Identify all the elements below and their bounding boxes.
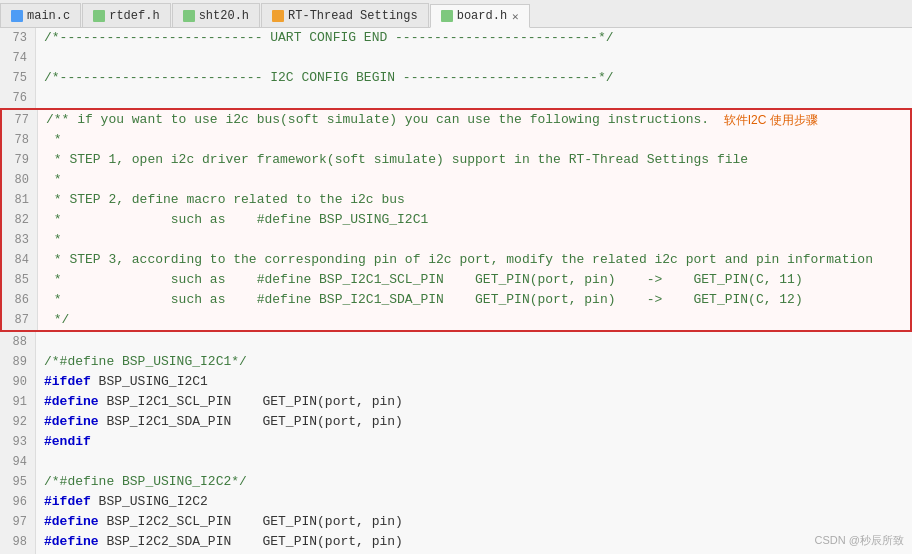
line-num-73: 73 bbox=[0, 28, 36, 48]
tab-close-board-h[interactable]: ✕ bbox=[512, 10, 519, 23]
line-content-75: /*-------------------------- I2C CONFIG … bbox=[36, 68, 614, 88]
line-content-88 bbox=[36, 332, 52, 352]
line-num-79: 79 bbox=[2, 150, 38, 170]
table-row: 86 * such as #define BSP_I2C1_SDA_PIN GE… bbox=[2, 290, 910, 310]
line-num-96: 96 bbox=[0, 492, 36, 512]
line-content-86: * such as #define BSP_I2C1_SDA_PIN GET_P… bbox=[38, 290, 803, 310]
watermark: CSDN @秒辰所致 bbox=[815, 533, 904, 548]
line-num-93: 93 bbox=[0, 432, 36, 452]
table-row: 91 #define BSP_I2C1_SCL_PIN GET_PIN(port… bbox=[0, 392, 912, 412]
line-num-92: 92 bbox=[0, 412, 36, 432]
table-row: 94 bbox=[0, 452, 912, 472]
table-row: 84 * STEP 3, according to the correspond… bbox=[2, 250, 910, 270]
tab-rtdef-h[interactable]: rtdef.h bbox=[82, 3, 170, 27]
line-num-90: 90 bbox=[0, 372, 36, 392]
table-row: 95 /*#define BSP_USING_I2C2*/ bbox=[0, 472, 912, 492]
table-row: 75 /*-------------------------- I2C CONF… bbox=[0, 68, 912, 88]
table-row: 78 * bbox=[2, 130, 910, 150]
table-row: 77 /** if you want to use i2c bus(soft s… bbox=[2, 110, 910, 130]
line-content-92: #define BSP_I2C1_SDA_PIN GET_PIN(port, p… bbox=[36, 412, 403, 432]
table-row: 83 * bbox=[2, 230, 910, 250]
line-content-76 bbox=[36, 88, 52, 108]
table-row: 88 bbox=[0, 332, 912, 352]
tab-label-board-h: board.h bbox=[457, 9, 507, 23]
line-content-81: * STEP 2, define macro related to the i2… bbox=[38, 190, 405, 210]
table-row: 81 * STEP 2, define macro related to the… bbox=[2, 190, 910, 210]
table-row: 76 bbox=[0, 88, 912, 108]
line-num-75: 75 bbox=[0, 68, 36, 88]
table-row: 90 #ifdef BSP_USING_I2C1 bbox=[0, 372, 912, 392]
line-content-82: * such as #define BSP_USING_I2C1 bbox=[38, 210, 428, 230]
tab-label-rtdef-h: rtdef.h bbox=[109, 9, 159, 23]
line-num-86: 86 bbox=[2, 290, 38, 310]
line-content-91: #define BSP_I2C1_SCL_PIN GET_PIN(port, p… bbox=[36, 392, 403, 412]
line-num-89: 89 bbox=[0, 352, 36, 372]
tab-icon-rt-thread-settings bbox=[272, 10, 284, 22]
table-row: 74 bbox=[0, 48, 912, 68]
line-num-95: 95 bbox=[0, 472, 36, 492]
table-row: 79 * STEP 1, open i2c driver framework(s… bbox=[2, 150, 910, 170]
line-num-76: 76 bbox=[0, 88, 36, 108]
highlight-block: 77 /** if you want to use i2c bus(soft s… bbox=[0, 108, 912, 332]
line-num-88: 88 bbox=[0, 332, 36, 352]
tab-rt-thread-settings[interactable]: RT-Thread Settings bbox=[261, 3, 429, 27]
line-content-84: * STEP 3, according to the corresponding… bbox=[38, 250, 873, 270]
tab-label-sht20-h: sht20.h bbox=[199, 9, 249, 23]
line-num-81: 81 bbox=[2, 190, 38, 210]
tab-label-main-c: main.c bbox=[27, 9, 70, 23]
tab-board-h[interactable]: board.h ✕ bbox=[430, 4, 530, 28]
line-num-84: 84 bbox=[2, 250, 38, 270]
line-content-89: /*#define BSP_USING_I2C1*/ bbox=[36, 352, 247, 372]
line-content-73: /*-------------------------- UART CONFIG… bbox=[36, 28, 614, 48]
tab-icon-sht20-h bbox=[183, 10, 195, 22]
table-row: 89 /*#define BSP_USING_I2C1*/ bbox=[0, 352, 912, 372]
code-area: 73 /*-------------------------- UART CON… bbox=[0, 28, 912, 554]
table-row: 93 #endif bbox=[0, 432, 912, 452]
line-content-74 bbox=[36, 48, 52, 68]
tab-icon-rtdef-h bbox=[93, 10, 105, 22]
editor-container: main.c rtdef.h sht20.h RT-Thread Setting… bbox=[0, 0, 912, 554]
annotation-77: 软件I2C 使用步骤 bbox=[717, 110, 818, 130]
line-num-74: 74 bbox=[0, 48, 36, 68]
tab-icon-board-h bbox=[441, 10, 453, 22]
tab-label-rt-thread-settings: RT-Thread Settings bbox=[288, 9, 418, 23]
line-content-77: /** if you want to use i2c bus(soft simu… bbox=[38, 110, 709, 130]
table-row: 87 */ bbox=[2, 310, 910, 330]
line-content-79: * STEP 1, open i2c driver framework(soft… bbox=[38, 150, 748, 170]
tab-icon-main-c bbox=[11, 10, 23, 22]
line-num-80: 80 bbox=[2, 170, 38, 190]
line-num-83: 83 bbox=[2, 230, 38, 250]
tab-bar: main.c rtdef.h sht20.h RT-Thread Setting… bbox=[0, 0, 912, 28]
table-row: 92 #define BSP_I2C1_SDA_PIN GET_PIN(port… bbox=[0, 412, 912, 432]
line-content-98: #define BSP_I2C2_SDA_PIN GET_PIN(port, p… bbox=[36, 532, 403, 552]
line-num-87: 87 bbox=[2, 310, 38, 330]
table-row: 98 #define BSP_I2C2_SDA_PIN GET_PIN(port… bbox=[0, 532, 912, 552]
line-content-83: * bbox=[38, 230, 62, 250]
line-content-97: #define BSP_I2C2_SCL_PIN GET_PIN(port, p… bbox=[36, 512, 403, 532]
line-num-85: 85 bbox=[2, 270, 38, 290]
line-num-77: 77 bbox=[2, 110, 38, 130]
line-content-87: */ bbox=[38, 310, 69, 330]
code-lines: 73 /*-------------------------- UART CON… bbox=[0, 28, 912, 554]
line-content-95: /*#define BSP_USING_I2C2*/ bbox=[36, 472, 247, 492]
line-num-82: 82 bbox=[2, 210, 38, 230]
line-content-96: #ifdef BSP_USING_I2C2 bbox=[36, 492, 208, 512]
line-num-94: 94 bbox=[0, 452, 36, 472]
line-num-91: 91 bbox=[0, 392, 36, 412]
table-row: 96 #ifdef BSP_USING_I2C2 bbox=[0, 492, 912, 512]
line-content-78: * bbox=[38, 130, 62, 150]
table-row: 73 /*-------------------------- UART CON… bbox=[0, 28, 912, 48]
line-content-94 bbox=[36, 452, 52, 472]
tab-sht20-h[interactable]: sht20.h bbox=[172, 3, 260, 27]
line-content-85: * such as #define BSP_I2C1_SCL_PIN GET_P… bbox=[38, 270, 803, 290]
table-row: 85 * such as #define BSP_I2C1_SCL_PIN GE… bbox=[2, 270, 910, 290]
table-row: 82 * such as #define BSP_USING_I2C1 bbox=[2, 210, 910, 230]
line-content-93: #endif bbox=[36, 432, 91, 452]
line-num-78: 78 bbox=[2, 130, 38, 150]
table-row: 80 * bbox=[2, 170, 910, 190]
line-content-80: * bbox=[38, 170, 62, 190]
line-num-98: 98 bbox=[0, 532, 36, 552]
line-content-90: #ifdef BSP_USING_I2C1 bbox=[36, 372, 208, 392]
tab-main-c[interactable]: main.c bbox=[0, 3, 81, 27]
table-row: 97 #define BSP_I2C2_SCL_PIN GET_PIN(port… bbox=[0, 512, 912, 532]
